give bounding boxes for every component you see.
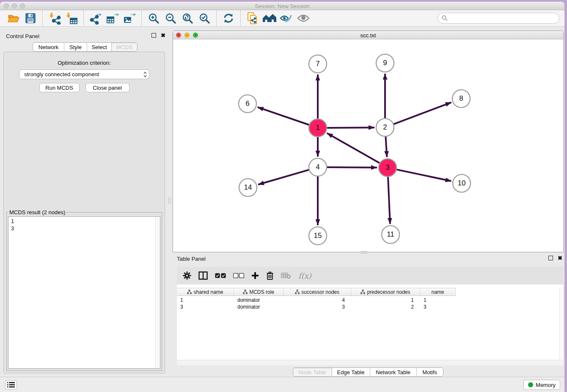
tab-select[interactable]: Select bbox=[87, 43, 112, 51]
zoom-in-icon bbox=[148, 12, 160, 24]
graph-node-4[interactable]: 4 bbox=[309, 158, 327, 176]
clone-network-button[interactable] bbox=[244, 11, 261, 25]
network-canvas[interactable]: 7968124314101511 bbox=[173, 39, 563, 252]
close-panel-button[interactable]: Close panel bbox=[85, 83, 129, 92]
show-column-panel-button[interactable] bbox=[198, 271, 208, 280]
graph-node-7[interactable]: 7 bbox=[309, 55, 327, 73]
tab-network-table[interactable]: Network Table bbox=[370, 368, 417, 376]
tab-style[interactable]: Style bbox=[64, 43, 87, 51]
tab-motifs[interactable]: Motifs bbox=[417, 368, 443, 376]
column-header-label: successor nodes bbox=[301, 289, 339, 295]
vertical-splitter-handle[interactable] bbox=[168, 197, 171, 204]
network-window-titlebar[interactable]: ✕ − + scc.txt bbox=[173, 31, 563, 39]
table-cell[interactable]: 4 bbox=[284, 297, 351, 304]
show-details-button[interactable] bbox=[295, 11, 312, 25]
graph-node-15[interactable]: 15 bbox=[309, 227, 327, 245]
table-cell[interactable]: 3 bbox=[177, 304, 234, 310]
horizontal-splitter-handle[interactable] bbox=[361, 251, 367, 254]
create-column-button[interactable] bbox=[251, 272, 259, 279]
column-header-predecessor-nodes[interactable]: predecessor nodes bbox=[351, 288, 420, 295]
homes-button[interactable] bbox=[261, 11, 278, 25]
select-all-columns-button[interactable] bbox=[215, 273, 226, 278]
open-session-button[interactable] bbox=[5, 11, 22, 25]
mcds-result-text[interactable]: 1 3 bbox=[8, 217, 155, 368]
zoom-fit-button[interactable] bbox=[179, 11, 196, 25]
zoom-in-button[interactable] bbox=[145, 11, 162, 25]
column-header-successor-nodes[interactable]: successor nodes bbox=[284, 288, 351, 295]
graph-node-2[interactable]: 2 bbox=[376, 119, 394, 136]
export-network-button[interactable] bbox=[87, 11, 104, 25]
graph-node-14[interactable]: 14 bbox=[239, 179, 257, 196]
save-session-button[interactable] bbox=[22, 11, 39, 25]
control-panel-close-button[interactable]: ✖ bbox=[161, 33, 165, 38]
memory-status-icon bbox=[528, 382, 533, 387]
export-table-button[interactable] bbox=[104, 11, 121, 25]
search-input[interactable] bbox=[450, 15, 555, 22]
graph-node-1[interactable]: 1 bbox=[309, 119, 327, 137]
mcds-result-group: MCDS result (2 nodes) 1 3 bbox=[6, 209, 162, 371]
graph-edge-3-10[interactable] bbox=[396, 169, 451, 181]
graph-node-8[interactable]: 8 bbox=[452, 90, 470, 108]
unselect-all-columns-button[interactable] bbox=[233, 273, 244, 278]
delete-table-button-disabled[interactable] bbox=[281, 272, 291, 279]
import-network-button[interactable] bbox=[46, 11, 63, 25]
table-cell[interactable]: 2 bbox=[351, 304, 420, 310]
graph-edge-4-3[interactable] bbox=[326, 167, 377, 168]
table-row[interactable]: 3dominator323 bbox=[177, 304, 559, 310]
control-panel-float-button[interactable] bbox=[151, 33, 156, 38]
mcds-panel: Optimization criterion: strongly connect… bbox=[3, 52, 165, 373]
graph-edge-3-1[interactable] bbox=[327, 133, 380, 163]
network-graph[interactable]: 7968124314101511 bbox=[173, 39, 563, 252]
tab-node-table[interactable]: Node Table bbox=[293, 368, 332, 376]
tab-mcds[interactable]: MCDS bbox=[112, 43, 137, 51]
table-cell[interactable]: 1 bbox=[351, 297, 420, 304]
table-horizontal-scrollbar[interactable] bbox=[177, 360, 563, 365]
graph-node-label: 11 bbox=[387, 230, 394, 238]
graph-node-label: 10 bbox=[458, 179, 466, 187]
tab-network[interactable]: Network bbox=[33, 43, 64, 51]
graph-node-11[interactable]: 11 bbox=[382, 226, 399, 243]
graph-node-10[interactable]: 10 bbox=[453, 174, 471, 192]
table-cell[interactable]: dominator bbox=[234, 304, 284, 310]
run-mcds-button[interactable]: Run MCDS bbox=[39, 83, 80, 92]
plus-icon bbox=[251, 272, 259, 279]
graph-edge-4-14[interactable] bbox=[258, 170, 310, 185]
table-cell[interactable]: 1 bbox=[177, 297, 234, 304]
apply-function-button-disabled[interactable]: f(x) bbox=[298, 271, 311, 280]
graph-node-label: 8 bbox=[459, 94, 463, 102]
table-settings-button[interactable] bbox=[183, 271, 191, 280]
column-header-label: name bbox=[431, 289, 444, 295]
column-header-MCDS-role[interactable]: MCDS role bbox=[234, 288, 284, 295]
criterion-dropdown[interactable]: strongly connected component bbox=[19, 69, 149, 79]
table-row[interactable]: 1dominator411 bbox=[177, 297, 559, 304]
export-image-button[interactable] bbox=[121, 11, 138, 25]
control-panel-title: Control Panel bbox=[6, 33, 39, 39]
memory-button[interactable]: Memory bbox=[523, 380, 560, 390]
table-cell[interactable]: dominator bbox=[234, 297, 284, 304]
tab-edge-table[interactable]: Edge Table bbox=[332, 368, 370, 376]
graph-node-9[interactable]: 9 bbox=[376, 54, 394, 72]
task-history-button[interactable] bbox=[5, 380, 17, 389]
table-scrollbar[interactable] bbox=[559, 288, 563, 360]
table-cell[interactable]: 3 bbox=[420, 304, 456, 310]
column-header-shared-name[interactable]: shared name bbox=[177, 288, 234, 295]
table-panel-close-button[interactable]: ✖ bbox=[558, 256, 562, 260]
zoom-out-button[interactable] bbox=[162, 11, 179, 25]
graph-edge-1-2[interactable] bbox=[326, 127, 374, 128]
graph-edge-3-11[interactable] bbox=[388, 176, 390, 224]
table-cell[interactable]: 3 bbox=[284, 304, 351, 310]
hide-details-button[interactable] bbox=[278, 11, 295, 25]
graph-node-6[interactable]: 6 bbox=[239, 95, 256, 113]
graph-edge-2-8[interactable] bbox=[393, 102, 451, 124]
graph-edge-1-6[interactable] bbox=[258, 107, 310, 125]
import-table-button[interactable] bbox=[63, 11, 80, 25]
table-cell[interactable]: 1 bbox=[420, 297, 456, 304]
apply-layout-button[interactable] bbox=[220, 11, 237, 25]
delete-column-button[interactable] bbox=[266, 271, 274, 280]
zoom-selected-button[interactable] bbox=[196, 11, 213, 25]
mcds-result-scrollbar[interactable] bbox=[155, 217, 160, 368]
graph-node-3[interactable]: 3 bbox=[379, 159, 396, 177]
table-panel-float-button[interactable] bbox=[548, 256, 553, 260]
graph-edge-2-3[interactable] bbox=[385, 136, 387, 157]
column-header-name[interactable]: name bbox=[420, 288, 456, 295]
